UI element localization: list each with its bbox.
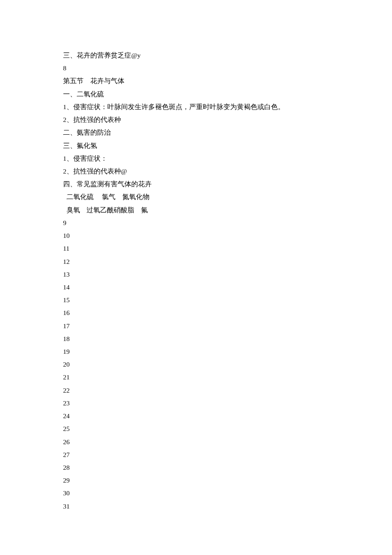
text-line: 11 bbox=[63, 242, 329, 255]
text-line: 23 bbox=[63, 397, 329, 410]
text-line: 一、二氧化硫 bbox=[63, 88, 329, 101]
text-line: 26 bbox=[63, 436, 329, 448]
text-line: 17 bbox=[63, 320, 329, 332]
text-line: 三、花卉的营养贫乏症@y bbox=[63, 49, 329, 62]
text-line: 8 bbox=[63, 62, 329, 75]
text-line: 25 bbox=[63, 422, 329, 435]
text-line: 三、氟化氢 bbox=[63, 139, 329, 152]
text-line: 1、侵害症状：叶脉间发生许多褪色斑点，严重时叶脉变为黄褐色或白色。 bbox=[63, 101, 329, 113]
text-line: 21 bbox=[63, 371, 329, 384]
text-line: 臭氧 过氧乙酰硝酸脂 氟 bbox=[63, 204, 329, 217]
text-line: 二、氨害的防治 bbox=[63, 126, 329, 139]
text-line: 12 bbox=[63, 255, 329, 268]
text-line: 14 bbox=[63, 281, 329, 294]
text-line: 30 bbox=[63, 487, 329, 500]
text-line: 1、侵害症状： bbox=[63, 152, 329, 165]
text-line: 2、抗性强的代表种 bbox=[63, 113, 329, 126]
text-line: 18 bbox=[63, 332, 329, 345]
text-line: 22 bbox=[63, 384, 329, 397]
text-line: 29 bbox=[63, 474, 329, 487]
text-line: 28 bbox=[63, 461, 329, 474]
text-line: 二氧化硫 氯气 氮氧化物 bbox=[63, 191, 329, 203]
text-line: 13 bbox=[63, 268, 329, 281]
text-line: 31 bbox=[63, 500, 329, 513]
text-line: 第五节 花卉与气体 bbox=[63, 75, 329, 87]
text-line: 24 bbox=[63, 410, 329, 422]
text-line: 19 bbox=[63, 345, 329, 358]
text-line: 9 bbox=[63, 217, 329, 229]
text-line: 16 bbox=[63, 306, 329, 319]
text-line: 27 bbox=[63, 448, 329, 461]
text-line: 四、常见监测有害气体的花卉 bbox=[63, 178, 329, 191]
text-line: 20 bbox=[63, 358, 329, 371]
text-line: 15 bbox=[63, 294, 329, 306]
text-line: 2、抗性强的代表种@ bbox=[63, 165, 329, 178]
document-page: 三、花卉的营养贫乏症@y 8 第五节 花卉与气体 一、二氧化硫 1、侵害症状：叶… bbox=[0, 0, 392, 513]
text-line: 10 bbox=[63, 229, 329, 242]
